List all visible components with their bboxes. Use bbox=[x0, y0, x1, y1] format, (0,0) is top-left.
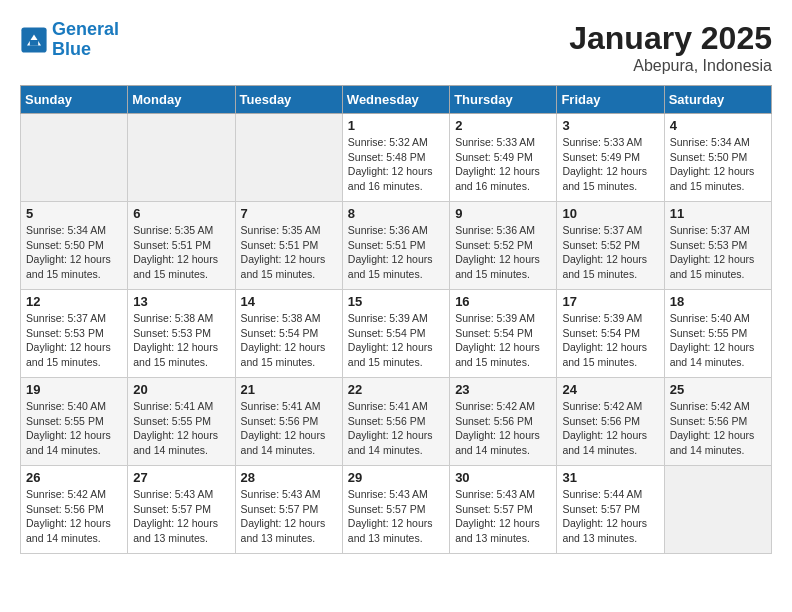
day-number: 23 bbox=[455, 382, 551, 397]
cal-cell: 26Sunrise: 5:42 AM Sunset: 5:56 PM Dayli… bbox=[21, 466, 128, 554]
cal-cell: 24Sunrise: 5:42 AM Sunset: 5:56 PM Dayli… bbox=[557, 378, 664, 466]
cal-cell: 20Sunrise: 5:41 AM Sunset: 5:55 PM Dayli… bbox=[128, 378, 235, 466]
cal-cell: 15Sunrise: 5:39 AM Sunset: 5:54 PM Dayli… bbox=[342, 290, 449, 378]
day-info: Sunrise: 5:43 AM Sunset: 5:57 PM Dayligh… bbox=[455, 487, 551, 546]
day-number: 28 bbox=[241, 470, 337, 485]
header-monday: Monday bbox=[128, 86, 235, 114]
day-number: 20 bbox=[133, 382, 229, 397]
cal-cell: 4Sunrise: 5:34 AM Sunset: 5:50 PM Daylig… bbox=[664, 114, 771, 202]
cal-cell: 5Sunrise: 5:34 AM Sunset: 5:50 PM Daylig… bbox=[21, 202, 128, 290]
day-info: Sunrise: 5:34 AM Sunset: 5:50 PM Dayligh… bbox=[26, 223, 122, 282]
week-row-3: 12Sunrise: 5:37 AM Sunset: 5:53 PM Dayli… bbox=[21, 290, 772, 378]
day-info: Sunrise: 5:39 AM Sunset: 5:54 PM Dayligh… bbox=[562, 311, 658, 370]
cal-cell bbox=[128, 114, 235, 202]
cal-cell: 1Sunrise: 5:32 AM Sunset: 5:48 PM Daylig… bbox=[342, 114, 449, 202]
day-number: 14 bbox=[241, 294, 337, 309]
logo-text: General Blue bbox=[52, 20, 119, 60]
cal-cell: 21Sunrise: 5:41 AM Sunset: 5:56 PM Dayli… bbox=[235, 378, 342, 466]
cal-cell: 27Sunrise: 5:43 AM Sunset: 5:57 PM Dayli… bbox=[128, 466, 235, 554]
cal-cell: 16Sunrise: 5:39 AM Sunset: 5:54 PM Dayli… bbox=[450, 290, 557, 378]
cal-cell: 8Sunrise: 5:36 AM Sunset: 5:51 PM Daylig… bbox=[342, 202, 449, 290]
week-row-1: 1Sunrise: 5:32 AM Sunset: 5:48 PM Daylig… bbox=[21, 114, 772, 202]
day-info: Sunrise: 5:37 AM Sunset: 5:53 PM Dayligh… bbox=[670, 223, 766, 282]
day-info: Sunrise: 5:40 AM Sunset: 5:55 PM Dayligh… bbox=[670, 311, 766, 370]
day-number: 9 bbox=[455, 206, 551, 221]
day-number: 30 bbox=[455, 470, 551, 485]
calendar-subtitle: Abepura, Indonesia bbox=[569, 57, 772, 75]
calendar-title: January 2025 bbox=[569, 20, 772, 57]
cal-cell: 19Sunrise: 5:40 AM Sunset: 5:55 PM Dayli… bbox=[21, 378, 128, 466]
calendar-header-row: SundayMondayTuesdayWednesdayThursdayFrid… bbox=[21, 86, 772, 114]
week-row-5: 26Sunrise: 5:42 AM Sunset: 5:56 PM Dayli… bbox=[21, 466, 772, 554]
cal-cell: 2Sunrise: 5:33 AM Sunset: 5:49 PM Daylig… bbox=[450, 114, 557, 202]
header-wednesday: Wednesday bbox=[342, 86, 449, 114]
day-info: Sunrise: 5:38 AM Sunset: 5:54 PM Dayligh… bbox=[241, 311, 337, 370]
day-number: 13 bbox=[133, 294, 229, 309]
day-info: Sunrise: 5:41 AM Sunset: 5:55 PM Dayligh… bbox=[133, 399, 229, 458]
cal-cell: 25Sunrise: 5:42 AM Sunset: 5:56 PM Dayli… bbox=[664, 378, 771, 466]
header-thursday: Thursday bbox=[450, 86, 557, 114]
cal-cell: 6Sunrise: 5:35 AM Sunset: 5:51 PM Daylig… bbox=[128, 202, 235, 290]
day-info: Sunrise: 5:43 AM Sunset: 5:57 PM Dayligh… bbox=[348, 487, 444, 546]
cal-cell bbox=[664, 466, 771, 554]
day-number: 17 bbox=[562, 294, 658, 309]
day-number: 22 bbox=[348, 382, 444, 397]
day-info: Sunrise: 5:38 AM Sunset: 5:53 PM Dayligh… bbox=[133, 311, 229, 370]
cal-cell: 14Sunrise: 5:38 AM Sunset: 5:54 PM Dayli… bbox=[235, 290, 342, 378]
day-number: 3 bbox=[562, 118, 658, 133]
day-number: 27 bbox=[133, 470, 229, 485]
day-info: Sunrise: 5:33 AM Sunset: 5:49 PM Dayligh… bbox=[455, 135, 551, 194]
day-number: 12 bbox=[26, 294, 122, 309]
day-number: 4 bbox=[670, 118, 766, 133]
calendar-title-block: January 2025 Abepura, Indonesia bbox=[569, 20, 772, 75]
day-number: 2 bbox=[455, 118, 551, 133]
day-info: Sunrise: 5:44 AM Sunset: 5:57 PM Dayligh… bbox=[562, 487, 658, 546]
day-info: Sunrise: 5:41 AM Sunset: 5:56 PM Dayligh… bbox=[348, 399, 444, 458]
day-number: 6 bbox=[133, 206, 229, 221]
cal-cell: 22Sunrise: 5:41 AM Sunset: 5:56 PM Dayli… bbox=[342, 378, 449, 466]
logo: General Blue bbox=[20, 20, 119, 60]
day-info: Sunrise: 5:33 AM Sunset: 5:49 PM Dayligh… bbox=[562, 135, 658, 194]
day-info: Sunrise: 5:32 AM Sunset: 5:48 PM Dayligh… bbox=[348, 135, 444, 194]
day-number: 19 bbox=[26, 382, 122, 397]
day-number: 29 bbox=[348, 470, 444, 485]
cal-cell: 12Sunrise: 5:37 AM Sunset: 5:53 PM Dayli… bbox=[21, 290, 128, 378]
day-info: Sunrise: 5:37 AM Sunset: 5:53 PM Dayligh… bbox=[26, 311, 122, 370]
day-number: 8 bbox=[348, 206, 444, 221]
day-info: Sunrise: 5:35 AM Sunset: 5:51 PM Dayligh… bbox=[133, 223, 229, 282]
cal-cell: 17Sunrise: 5:39 AM Sunset: 5:54 PM Dayli… bbox=[557, 290, 664, 378]
logo-line1: General bbox=[52, 19, 119, 39]
day-number: 1 bbox=[348, 118, 444, 133]
day-info: Sunrise: 5:42 AM Sunset: 5:56 PM Dayligh… bbox=[562, 399, 658, 458]
day-info: Sunrise: 5:37 AM Sunset: 5:52 PM Dayligh… bbox=[562, 223, 658, 282]
day-number: 16 bbox=[455, 294, 551, 309]
cal-cell: 31Sunrise: 5:44 AM Sunset: 5:57 PM Dayli… bbox=[557, 466, 664, 554]
week-row-4: 19Sunrise: 5:40 AM Sunset: 5:55 PM Dayli… bbox=[21, 378, 772, 466]
day-info: Sunrise: 5:43 AM Sunset: 5:57 PM Dayligh… bbox=[241, 487, 337, 546]
day-number: 21 bbox=[241, 382, 337, 397]
cal-cell bbox=[235, 114, 342, 202]
cal-cell: 9Sunrise: 5:36 AM Sunset: 5:52 PM Daylig… bbox=[450, 202, 557, 290]
header-friday: Friday bbox=[557, 86, 664, 114]
week-row-2: 5Sunrise: 5:34 AM Sunset: 5:50 PM Daylig… bbox=[21, 202, 772, 290]
cal-cell: 7Sunrise: 5:35 AM Sunset: 5:51 PM Daylig… bbox=[235, 202, 342, 290]
svg-rect-2 bbox=[30, 40, 38, 46]
day-number: 26 bbox=[26, 470, 122, 485]
page-header: General Blue January 2025 Abepura, Indon… bbox=[20, 20, 772, 75]
day-info: Sunrise: 5:36 AM Sunset: 5:51 PM Dayligh… bbox=[348, 223, 444, 282]
cal-cell: 23Sunrise: 5:42 AM Sunset: 5:56 PM Dayli… bbox=[450, 378, 557, 466]
day-number: 10 bbox=[562, 206, 658, 221]
calendar-table: SundayMondayTuesdayWednesdayThursdayFrid… bbox=[20, 85, 772, 554]
day-info: Sunrise: 5:35 AM Sunset: 5:51 PM Dayligh… bbox=[241, 223, 337, 282]
cal-cell bbox=[21, 114, 128, 202]
day-info: Sunrise: 5:42 AM Sunset: 5:56 PM Dayligh… bbox=[670, 399, 766, 458]
day-number: 15 bbox=[348, 294, 444, 309]
logo-line2: Blue bbox=[52, 39, 91, 59]
cal-cell: 18Sunrise: 5:40 AM Sunset: 5:55 PM Dayli… bbox=[664, 290, 771, 378]
header-tuesday: Tuesday bbox=[235, 86, 342, 114]
header-sunday: Sunday bbox=[21, 86, 128, 114]
day-number: 7 bbox=[241, 206, 337, 221]
day-info: Sunrise: 5:39 AM Sunset: 5:54 PM Dayligh… bbox=[348, 311, 444, 370]
day-number: 31 bbox=[562, 470, 658, 485]
cal-cell: 10Sunrise: 5:37 AM Sunset: 5:52 PM Dayli… bbox=[557, 202, 664, 290]
